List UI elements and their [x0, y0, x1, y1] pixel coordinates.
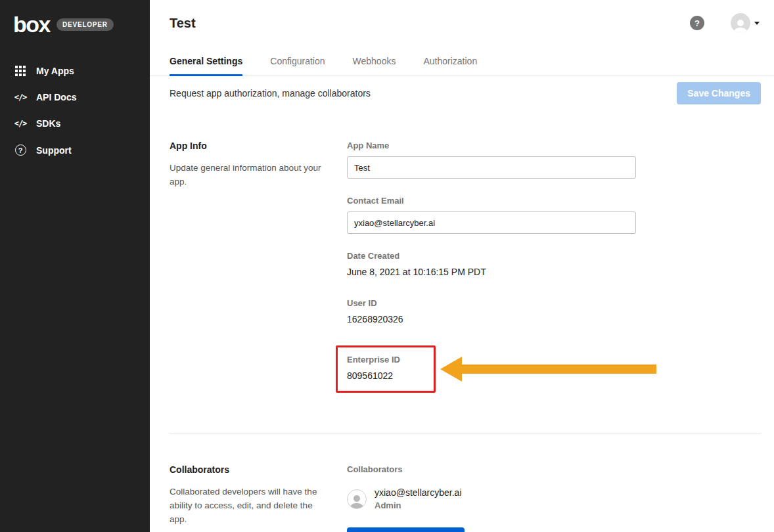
add-new-collaborator-button[interactable]: Add New Collaborator: [347, 527, 465, 532]
enterprise-id-field: Enterprise ID 809561022: [347, 345, 636, 393]
tab-authorization[interactable]: Authorization: [423, 46, 477, 76]
section-description: Update general information about your ap…: [170, 162, 325, 189]
help-icon[interactable]: ?: [690, 16, 704, 30]
topbar: Test ?: [150, 0, 774, 46]
app-info-section: App Info Update general information abou…: [170, 141, 761, 414]
tab-configuration[interactable]: Configuration: [270, 46, 325, 76]
avatar: [731, 13, 750, 33]
section-heading: Collaborators: [170, 464, 327, 475]
sidebar-item-api-docs[interactable]: </> API Docs: [0, 84, 150, 110]
user-id-value: 16268920326: [347, 314, 636, 324]
question-icon: ?: [14, 144, 26, 156]
collaborator-email: yxiao@stellarcyber.ai: [375, 487, 462, 498]
chevron-down-icon: [754, 22, 760, 25]
contact-email-field: Contact Email: [347, 196, 636, 234]
tab-webhooks[interactable]: Webhooks: [353, 46, 396, 76]
arrow-head: [440, 357, 462, 382]
page-title: Test: [170, 16, 690, 31]
app-name-input[interactable]: [347, 156, 636, 179]
grid-icon: [14, 66, 26, 76]
field-label: App Name: [347, 141, 636, 150]
field-label: User ID: [347, 298, 636, 308]
subheader-text: Request app authorization, manage collab…: [170, 88, 371, 99]
field-label: Date Created: [347, 251, 636, 261]
content-area: App Info Update general information abou…: [150, 141, 774, 532]
tab-general-settings[interactable]: General Settings: [170, 46, 242, 76]
sidebar-item-label: Support: [36, 145, 72, 156]
tab-bar: General Settings Configuration Webhooks …: [150, 46, 774, 76]
date-created-field: Date Created June 8, 2021 at 10:16:15 PM…: [347, 251, 636, 277]
developer-badge: DEVELOPER: [57, 18, 114, 31]
annotation-arrow-icon: [440, 357, 656, 382]
sidebar-item-support[interactable]: ? Support: [0, 137, 150, 164]
contact-email-input[interactable]: [347, 211, 636, 234]
collaborator-role: Admin: [375, 500, 462, 510]
arrow-shaft: [462, 365, 656, 374]
collaborator-info: yxiao@stellarcyber.ai Admin: [375, 487, 462, 510]
sidebar-item-label: API Docs: [36, 92, 76, 102]
collaborators-section: Collaborators Collaborated developers wi…: [170, 464, 761, 532]
user-menu[interactable]: [731, 13, 760, 33]
enterprise-id-highlight: Enterprise ID 809561022: [336, 345, 436, 393]
box-logo: box DEVELOPER: [0, 0, 150, 58]
main-content: Test ? General Settings Configuration We…: [150, 0, 774, 532]
sidebar-item-my-apps[interactable]: My Apps: [0, 58, 150, 84]
save-button[interactable]: Save Changes: [677, 82, 761, 104]
collaborator-avatar: [347, 489, 367, 509]
sidebar-item-label: My Apps: [36, 66, 74, 76]
collaborators-list-label: Collaborators: [347, 464, 636, 474]
section-divider: [170, 433, 761, 434]
field-label: Enterprise ID: [347, 355, 424, 365]
field-label: Contact Email: [347, 196, 636, 206]
subheader: Request app authorization, manage collab…: [150, 76, 774, 110]
sidebar-nav: My Apps </> API Docs </> SDKs ? Support: [0, 58, 150, 164]
sidebar-item-sdks[interactable]: </> SDKs: [0, 110, 150, 137]
app-info-fields: App Name Contact Email Date Created June…: [347, 141, 636, 414]
collaborators-intro: Collaborators Collaborated developers wi…: [170, 464, 327, 532]
user-id-field: User ID 16268920326: [347, 298, 636, 324]
app-info-intro: App Info Update general information abou…: [170, 141, 327, 414]
collaborator-row: yxiao@stellarcyber.ai Admin: [347, 487, 636, 510]
app-name-field: App Name: [347, 141, 636, 179]
sidebar-item-label: SDKs: [36, 118, 60, 129]
date-created-value: June 8, 2021 at 10:16:15 PM PDT: [347, 267, 636, 277]
collaborators-list: Collaborators yxiao@stellarcyber.ai Admi…: [347, 464, 636, 532]
enterprise-id-value: 809561022: [347, 370, 424, 381]
code-icon: </>: [14, 119, 26, 128]
sidebar: box DEVELOPER My Apps </> API Docs </> S…: [0, 0, 150, 532]
section-description: Collaborated developers will have the ab…: [170, 485, 325, 527]
section-heading: App Info: [170, 141, 327, 151]
code-icon: </>: [14, 93, 26, 102]
box-logo-text: box: [13, 13, 50, 35]
